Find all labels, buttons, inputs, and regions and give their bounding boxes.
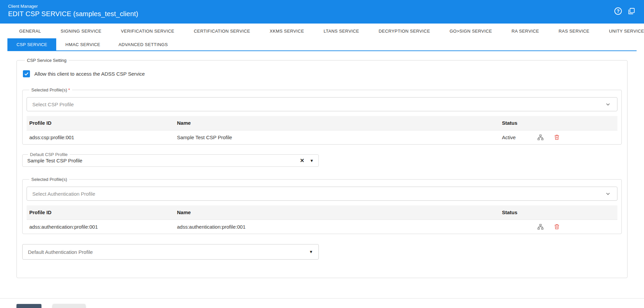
csp-profiles-legend: Selected Profile(s) * bbox=[29, 87, 72, 92]
tab-ltans-service[interactable]: LTANS SERVICE bbox=[314, 24, 369, 38]
cell-status bbox=[499, 220, 535, 234]
cell-status: Active bbox=[499, 130, 535, 144]
tab-xkms-service[interactable]: XKMS SERVICE bbox=[260, 24, 314, 38]
page-title: EDIT CSP SERVICE (samples_test_client) bbox=[8, 10, 636, 18]
auth-profiles-group: Selected Profile(s) Select Authenticatio… bbox=[22, 177, 622, 234]
help-icon[interactable]: ? bbox=[614, 7, 622, 15]
csp-profile-table-header-row: Profile ID Name Status bbox=[27, 116, 617, 130]
copy-icon[interactable] bbox=[628, 7, 635, 15]
cell-profile-id: adss:csp:profile:001 bbox=[27, 130, 174, 144]
access-checkbox-label: Allow this client to access the ADSS CSP… bbox=[34, 71, 145, 77]
app-bar: Client Manager EDIT CSP SERVICE (samples… bbox=[0, 0, 644, 24]
chevron-down-icon bbox=[604, 101, 612, 108]
chevron-down-icon bbox=[604, 190, 612, 197]
checkmark-icon bbox=[24, 71, 29, 76]
tab-signing-service[interactable]: SIGNING SERVICE bbox=[51, 24, 111, 38]
caret-down-icon: ▼ bbox=[309, 250, 313, 254]
cell-actions bbox=[535, 130, 617, 144]
csp-profile-select-placeholder: Select CSP Profile bbox=[32, 102, 604, 107]
delete-icon[interactable] bbox=[554, 134, 560, 140]
auth-profile-table-header-row: Profile ID Name Status bbox=[27, 205, 617, 220]
column-header-actions bbox=[535, 205, 617, 220]
app-subtitle: Client Manager bbox=[8, 4, 636, 9]
table-row: adss:authentication:profile:001 adss:aut… bbox=[27, 220, 617, 234]
footer-actions: SAVE CANCEL bbox=[0, 299, 644, 308]
secondary-tab-bar: CSP SERVICE HMAC SERVICE ADVANCED SETTIN… bbox=[7, 38, 637, 51]
tab-decryption-service[interactable]: DECRYPTION SERVICE bbox=[369, 24, 440, 38]
tab-hmac-service[interactable]: HMAC SERVICE bbox=[56, 38, 109, 50]
save-button[interactable]: SAVE bbox=[16, 304, 41, 308]
default-auth-profile-select[interactable]: Default Authentication Profile ▼ bbox=[22, 244, 319, 260]
adss-access-checkbox[interactable] bbox=[23, 70, 30, 77]
cell-profile-id: adss:authentication:profile:001 bbox=[27, 220, 174, 234]
clear-icon[interactable]: ✕ bbox=[300, 158, 304, 163]
column-header-profile-id: Profile ID bbox=[27, 116, 174, 130]
default-csp-profile-select[interactable]: Default CSP Profile Sample Test CSP Prof… bbox=[22, 152, 319, 167]
main-content: CSP Service Setting Allow this client to… bbox=[0, 51, 644, 278]
csp-service-setting-legend: CSP Service Setting bbox=[25, 58, 69, 63]
column-header-status: Status bbox=[499, 116, 535, 130]
tab-unity-service[interactable]: UNITY SERVICE bbox=[599, 24, 644, 38]
tab-advanced-settings[interactable]: ADVANCED SETTINGS bbox=[109, 38, 177, 50]
cell-name: adss:authentication:profile:001 bbox=[174, 220, 499, 234]
required-marker: * bbox=[68, 87, 70, 92]
column-header-profile-id: Profile ID bbox=[27, 205, 174, 220]
cell-name: Sample Test CSP Profile bbox=[174, 130, 499, 144]
table-row: adss:csp:profile:001 Sample Test CSP Pro… bbox=[27, 130, 617, 144]
csp-profiles-legend-text: Selected Profile(s) bbox=[31, 87, 67, 92]
tab-csp-service[interactable]: CSP SERVICE bbox=[7, 38, 56, 50]
delete-icon[interactable] bbox=[554, 224, 560, 230]
caret-down-icon[interactable]: ▼ bbox=[310, 159, 314, 163]
default-auth-profile-placeholder: Default Authentication Profile bbox=[28, 249, 309, 255]
column-header-status: Status bbox=[499, 205, 535, 220]
tab-general[interactable]: GENERAL bbox=[9, 24, 51, 38]
primary-tab-bar: GENERAL SIGNING SERVICE VERIFICATION SER… bbox=[0, 24, 644, 38]
auth-profile-select-placeholder: Select Authentication Profile bbox=[32, 191, 604, 197]
auth-profile-table: Profile ID Name Status adss:authenticati… bbox=[27, 205, 617, 234]
csp-profile-table: Profile ID Name Status adss:csp:profile:… bbox=[27, 116, 617, 144]
tab-verification-service[interactable]: VERIFICATION SERVICE bbox=[111, 24, 184, 38]
tab-gosign-service[interactable]: GO>SIGN SERVICE bbox=[440, 24, 502, 38]
auth-profiles-legend: Selected Profile(s) bbox=[29, 177, 69, 182]
hierarchy-icon[interactable] bbox=[537, 224, 544, 230]
default-csp-profile-label: Default CSP Profile bbox=[28, 152, 70, 157]
default-csp-profile-value: Sample Test CSP Profile bbox=[27, 158, 300, 163]
cancel-button[interactable]: CANCEL bbox=[53, 304, 85, 308]
column-header-name: Name bbox=[174, 205, 499, 220]
tab-certification-service[interactable]: CERTIFICATION SERVICE bbox=[184, 24, 260, 38]
access-checkbox-row: Allow this client to access the ADSS CSP… bbox=[23, 70, 622, 77]
csp-profile-select[interactable]: Select CSP Profile bbox=[27, 97, 617, 111]
app-bar-icons: ? bbox=[614, 7, 635, 15]
hierarchy-icon[interactable] bbox=[537, 134, 544, 141]
column-header-name: Name bbox=[174, 116, 499, 130]
csp-profiles-group: Selected Profile(s) * Select CSP Profile… bbox=[22, 87, 622, 145]
cell-actions bbox=[535, 220, 617, 234]
tab-ras-service[interactable]: RAS SERVICE bbox=[549, 24, 599, 38]
tab-ra-service[interactable]: RA SERVICE bbox=[502, 24, 549, 38]
auth-profile-select[interactable]: Select Authentication Profile bbox=[27, 187, 617, 201]
csp-service-setting-section: CSP Service Setting Allow this client to… bbox=[16, 58, 628, 278]
column-header-actions bbox=[535, 116, 617, 130]
